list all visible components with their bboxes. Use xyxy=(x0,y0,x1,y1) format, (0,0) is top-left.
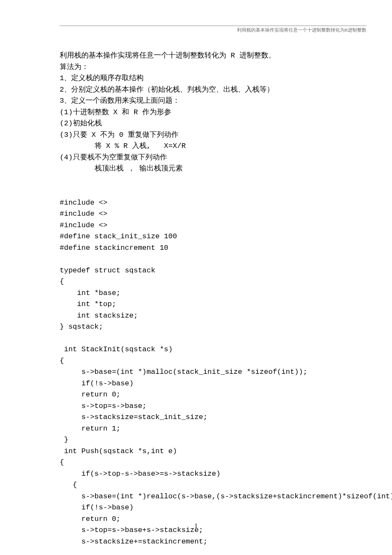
text-line: 栈顶出栈 ， 输出栈顶元素 xyxy=(60,163,366,175)
text-line: s->stacksize+=stackincrement; xyxy=(60,536,366,548)
text-line: #define stack_init_size 100 xyxy=(60,231,366,243)
header-text: 利用栈的基本操作实现将任意一个十进制整数转化为R进制整数 xyxy=(60,27,366,33)
text-line: typedef struct sqstack xyxy=(60,265,366,277)
text-line: } xyxy=(60,434,366,446)
text-line: (4)只要栈不为空重复做下列动作 xyxy=(60,152,366,164)
text-line: (3)只要 X 不为 0 重复做下列动作 xyxy=(60,130,366,141)
text-line: #define stackincrement 10 xyxy=(60,243,366,254)
text-line: s->base=(int *)malloc(stack_init_size *s… xyxy=(60,367,366,378)
text-line: int Push(sqstack *s,int e) xyxy=(60,446,366,457)
text-line: #include <> xyxy=(60,208,366,220)
text-line: s->stacksize=stack_init_size; xyxy=(60,412,366,423)
text-line: return 0; xyxy=(60,389,366,401)
text-line: int *base; xyxy=(60,288,366,299)
text-line: 将 X % R 入栈, X=X/R xyxy=(60,141,366,152)
text-line xyxy=(60,333,366,344)
text-line: return 1; xyxy=(60,423,366,435)
text-line xyxy=(60,186,366,197)
text-line: { xyxy=(60,276,366,288)
text-line: } sqstack; xyxy=(60,321,366,333)
page-number: 1 xyxy=(0,522,392,529)
text-line: 算法为： xyxy=(60,62,366,73)
text-line: 1、定义栈的顺序存取结构 xyxy=(60,73,366,84)
text-line: 3、定义一个函数用来实现上面问题： xyxy=(60,95,366,107)
text-line: (1)十进制整数 X 和 R 作为形参 xyxy=(60,107,366,119)
text-line: { xyxy=(60,356,366,367)
text-line: int stacksize; xyxy=(60,310,366,322)
text-line: if(!s->base) xyxy=(60,502,366,514)
text-line: 2、分别定义栈的基本操作（初始化栈、判栈为空、出栈、入栈等） xyxy=(60,84,366,96)
text-line: if(s->top-s->base>=s->stacksize) xyxy=(60,468,366,480)
text-line: #include <> xyxy=(60,197,366,209)
text-line: s->top=s->base; xyxy=(60,401,366,412)
text-line xyxy=(60,175,366,186)
text-line: { xyxy=(60,457,366,468)
text-line: #include <> xyxy=(60,220,366,231)
text-line: int StackInit(sqstack *s) xyxy=(60,344,366,356)
text-line: s->base=(int *)realloc(s->base,(s->stack… xyxy=(60,491,366,503)
document-body: 利用栈的基本操作实现将任意一个十进制整数转化为 R 进制整数。算法为：1、定义栈… xyxy=(60,50,366,547)
document-page: 利用栈的基本操作实现将任意一个十进制整数转化为R进制整数 利用栈的基本操作实现将… xyxy=(0,0,392,547)
text-line xyxy=(60,254,366,265)
text-line: if(!s->base) xyxy=(60,378,366,390)
text-line: 利用栈的基本操作实现将任意一个十进制整数转化为 R 进制整数。 xyxy=(60,50,366,62)
text-line: (2)初始化栈 xyxy=(60,118,366,130)
text-line: int *top; xyxy=(60,299,366,310)
text-line: { xyxy=(60,480,366,491)
header-rule xyxy=(60,26,366,26)
